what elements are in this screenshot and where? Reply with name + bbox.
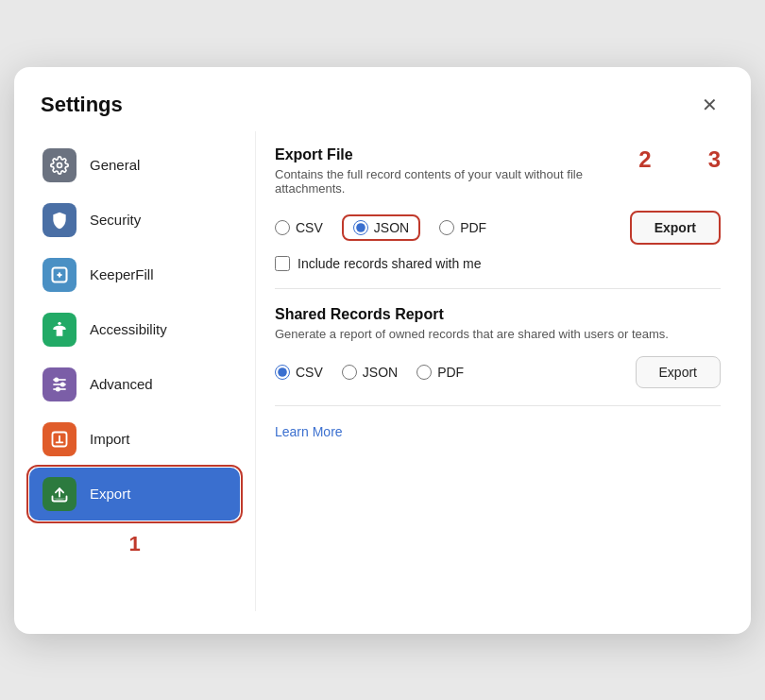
- settings-dialog: Settings ✕ General Security: [14, 67, 751, 634]
- shared-records-pdf-option[interactable]: PDF: [416, 365, 464, 380]
- sidebar-label-advanced: Advanced: [90, 376, 153, 392]
- advanced-icon: [42, 367, 76, 401]
- accessibility-icon: [42, 313, 76, 347]
- sidebar-label-export: Export: [90, 486, 130, 502]
- annotation-1: 1: [29, 532, 240, 556]
- export-file-csv-label: CSV: [296, 220, 323, 235]
- security-icon: [42, 203, 76, 237]
- shared-records-pdf-label: PDF: [437, 365, 464, 380]
- sidebar-item-general[interactable]: General: [29, 139, 240, 192]
- shared-records-section: Shared Records Report Generate a report …: [275, 306, 721, 388]
- shared-records-json-radio[interactable]: [342, 365, 357, 380]
- shared-records-desc: Generate a report of owned records that …: [275, 327, 721, 341]
- shared-records-json-option[interactable]: JSON: [342, 365, 398, 380]
- close-button[interactable]: ✕: [694, 90, 724, 120]
- shared-records-export-button[interactable]: Export: [636, 356, 721, 388]
- annotation-3: 3: [708, 146, 721, 173]
- export-file-options: CSV JSON PDF: [275, 214, 630, 241]
- shared-records-csv-radio[interactable]: [275, 365, 290, 380]
- keeperfill-icon: [42, 258, 76, 292]
- svg-point-6: [55, 378, 58, 381]
- sidebar-label-import: Import: [90, 431, 130, 447]
- export-file-button[interactable]: Export: [630, 211, 721, 245]
- export-file-json-label: JSON: [374, 220, 409, 235]
- shared-records-csv-label: CSV: [296, 365, 323, 380]
- shared-records-json-label: JSON: [363, 365, 398, 380]
- sidebar-item-accessibility[interactable]: Accessibility: [29, 303, 240, 356]
- export-file-title: Export File: [275, 146, 620, 163]
- include-shared-checkbox[interactable]: [275, 256, 290, 271]
- section-divider-2: [275, 405, 721, 406]
- general-icon: [42, 148, 76, 182]
- export-file-desc: Contains the full record contents of you…: [275, 167, 620, 196]
- export-file-csv-radio[interactable]: [275, 220, 290, 235]
- include-shared-row: Include records shared with me: [275, 256, 721, 271]
- dialog-header: Settings ✕: [14, 67, 751, 131]
- export-icon: [42, 477, 76, 511]
- import-icon: [42, 422, 76, 456]
- svg-point-2: [58, 321, 60, 324]
- sidebar-export-wrap: Export: [29, 468, 240, 521]
- export-file-json-option[interactable]: JSON: [353, 220, 409, 235]
- learn-more-link[interactable]: Learn More: [275, 424, 343, 439]
- export-file-pdf-option[interactable]: PDF: [439, 220, 486, 235]
- sidebar-label-security: Security: [90, 212, 141, 228]
- sidebar-item-advanced[interactable]: Advanced: [29, 358, 240, 411]
- export-file-csv-option[interactable]: CSV: [275, 220, 323, 235]
- svg-point-8: [57, 387, 60, 390]
- sidebar-item-keeperfill[interactable]: KeeperFill: [29, 248, 240, 301]
- export-file-pdf-label: PDF: [460, 220, 486, 235]
- shared-records-pdf-radio[interactable]: [416, 365, 432, 380]
- export-file-section: Export File Contains the full record con…: [275, 146, 721, 271]
- annotation-2: 2: [638, 146, 651, 173]
- shared-records-radio-row: CSV JSON PDF Export: [275, 356, 721, 388]
- export-file-json-radio[interactable]: [353, 220, 368, 235]
- sidebar: General Security KeeperFill: [14, 131, 255, 611]
- svg-point-7: [61, 383, 64, 385]
- include-shared-label[interactable]: Include records shared with me: [298, 256, 482, 271]
- sidebar-label-accessibility: Accessibility: [90, 321, 167, 337]
- dialog-title: Settings: [41, 93, 123, 117]
- sidebar-item-import[interactable]: Import: [29, 413, 240, 466]
- sidebar-label-general: General: [90, 157, 140, 173]
- sidebar-item-export[interactable]: Export: [29, 468, 240, 521]
- section-divider-1: [275, 288, 721, 289]
- shared-records-csv-option[interactable]: CSV: [275, 365, 323, 380]
- export-file-radio-row: CSV JSON PDF Export: [275, 211, 721, 245]
- svg-point-0: [58, 162, 62, 167]
- shared-records-title: Shared Records Report: [275, 306, 721, 323]
- export-file-pdf-radio[interactable]: [439, 220, 454, 235]
- export-file-json-wrap: JSON: [342, 214, 420, 241]
- shared-records-options: CSV JSON PDF: [275, 365, 636, 380]
- main-content: Export File Contains the full record con…: [255, 131, 751, 611]
- dialog-body: General Security KeeperFill: [14, 131, 751, 634]
- sidebar-label-keeperfill: KeeperFill: [90, 266, 154, 282]
- sidebar-item-security[interactable]: Security: [29, 194, 240, 247]
